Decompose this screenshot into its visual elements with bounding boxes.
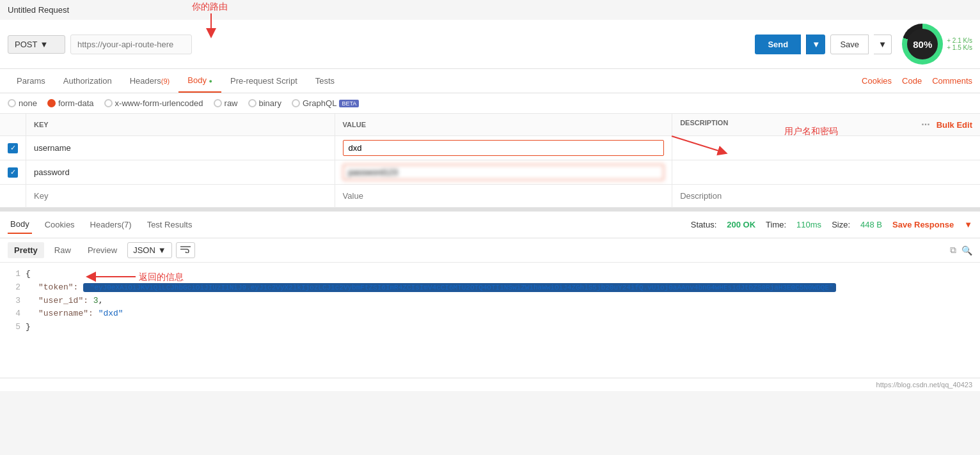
description-cell-2 bbox=[672, 160, 980, 185]
json-line-2: 2 "token": "eyJ0eXAiOiJKV1QiLCJhbGciOiJI… bbox=[8, 281, 972, 295]
speed-percent: 80% bbox=[913, 39, 932, 50]
form-data-section: KEY VALUE DESCRIPTION ··· Bulk Edit ✓ bbox=[0, 114, 980, 208]
save-button[interactable]: Save bbox=[830, 35, 869, 54]
key-value-2: password bbox=[34, 167, 70, 177]
json-key-userid: "user_id": bbox=[38, 296, 88, 305]
json-token-value: "eyJ0eXAiOiJKV1QiLCJhbGciOiJIUzI1NiJ9.ey… bbox=[83, 283, 835, 292]
json-line-3: 3 "user_id": 3, bbox=[8, 295, 972, 308]
copy-icon[interactable]: ⧉ bbox=[950, 245, 956, 256]
tab-headers[interactable]: Headers(9) bbox=[121, 70, 179, 92]
format-tab-raw[interactable]: Raw bbox=[48, 242, 77, 258]
url-input[interactable] bbox=[70, 35, 192, 54]
send-dropdown-button[interactable]: ▼ bbox=[806, 35, 825, 54]
response-format-row: Pretty Raw Preview JSON ▼ ⧉ 🔍 bbox=[0, 238, 980, 263]
resp-tab-body[interactable]: Body bbox=[8, 215, 32, 234]
speed-upload: + 2.1 K/s bbox=[947, 37, 972, 44]
key-input-empty[interactable] bbox=[34, 189, 327, 203]
speed-labels: + 2.1 K/s + 1.5 K/s bbox=[947, 37, 972, 51]
speed-arc: 80% bbox=[902, 24, 943, 65]
value-input-empty[interactable] bbox=[343, 189, 665, 203]
radio-graphql-circle bbox=[292, 99, 300, 107]
body-type-formdata-label: form-data bbox=[58, 98, 94, 108]
size-value: 448 B bbox=[860, 220, 882, 229]
body-type-raw[interactable]: raw bbox=[214, 98, 238, 108]
col-value-header: VALUE bbox=[335, 114, 672, 136]
response-section: Body Cookies Headers(7) Test Results Sta… bbox=[0, 210, 980, 378]
key-cell-3[interactable] bbox=[26, 185, 335, 208]
format-type-select[interactable]: JSON ▼ bbox=[127, 242, 172, 258]
status-row: Status: 200 OK Time: 110ms Size: 448 B S… bbox=[691, 220, 972, 229]
wrap-button[interactable] bbox=[176, 242, 195, 258]
value-input-2[interactable] bbox=[343, 164, 665, 180]
body-type-urlencoded-label: x-www-form-urlencoded bbox=[115, 98, 203, 108]
tab-prerequest[interactable]: Pre-request Script bbox=[221, 70, 306, 92]
resp-tab-headers[interactable]: Headers(7) bbox=[88, 216, 134, 233]
resp-tab-cookies[interactable]: Cookies bbox=[42, 216, 77, 233]
body-type-binary-label: binary bbox=[259, 98, 281, 108]
method-label: POST bbox=[15, 40, 37, 49]
return-annotation-wrapper: 1 { 返回的信息 bbox=[8, 268, 31, 281]
format-tab-preview[interactable]: Preview bbox=[81, 242, 123, 258]
more-options-btn[interactable]: ··· bbox=[921, 119, 929, 130]
json-viewer: 1 { 返回的信息 2 "token": bbox=[0, 263, 980, 378]
annotation-returned-text: 返回的信息 bbox=[139, 272, 184, 282]
body-type-formdata[interactable]: form-data bbox=[47, 98, 94, 108]
send-button[interactable]: Send bbox=[755, 35, 801, 54]
beta-badge: BETA bbox=[339, 100, 359, 107]
value-cell-1[interactable]: 用户名和密码 bbox=[335, 136, 672, 160]
save-dropdown-button[interactable]: ▼ bbox=[874, 35, 892, 54]
table-row: ✓ username bbox=[0, 136, 980, 160]
format-type-dropdown-icon: ▼ bbox=[158, 245, 166, 255]
col-checkbox bbox=[0, 114, 26, 136]
checkbox-cell-1[interactable]: ✓ bbox=[0, 136, 26, 160]
resp-tab-test-results[interactable]: Test Results bbox=[145, 216, 195, 233]
body-type-urlencoded[interactable]: x-www-form-urlencoded bbox=[104, 98, 203, 108]
footer-url: https://blog.csdn.net/qq_40423 bbox=[876, 381, 972, 389]
description-cell-1 bbox=[672, 136, 980, 160]
speed-download: + 1.5 K/s bbox=[947, 44, 972, 51]
json-key-token: "token": bbox=[38, 282, 78, 292]
value-cell-3[interactable] bbox=[335, 185, 672, 208]
value-input-1[interactable] bbox=[343, 140, 665, 156]
save-response-dropdown[interactable]: ▼ bbox=[964, 220, 972, 229]
status-value: 200 OK bbox=[727, 220, 755, 229]
method-dropdown-icon: ▼ bbox=[40, 40, 48, 49]
tab-comments[interactable]: Comments bbox=[932, 76, 972, 86]
tab-body[interactable]: Body ● bbox=[178, 69, 221, 93]
tab-right-actions: Cookies Code Comments bbox=[862, 76, 972, 86]
checkbox-cell-2[interactable]: ✓ bbox=[0, 160, 26, 185]
key-value-1: username bbox=[34, 143, 71, 153]
json-username-value: "dxd" bbox=[99, 309, 123, 318]
body-type-graphql[interactable]: GraphQL BETA bbox=[292, 98, 359, 108]
page-title: Untitled Request bbox=[8, 5, 69, 15]
tab-tests[interactable]: Tests bbox=[306, 70, 344, 92]
json-line-1: 1 { 返回的信息 bbox=[8, 268, 31, 281]
json-line-5: 5 } bbox=[8, 321, 972, 334]
body-type-none[interactable]: none bbox=[8, 98, 37, 108]
title-bar: Untitled Request bbox=[0, 0, 980, 20]
tab-params[interactable]: Params bbox=[8, 70, 54, 92]
body-type-none-label: none bbox=[19, 98, 37, 108]
json-token-string: "eyJ0eXAiOiJKV1QiLCJhbGciOiJIUzI1NiJ9.ey… bbox=[90, 284, 834, 291]
method-select[interactable]: POST ▼ bbox=[8, 35, 65, 54]
value-cell-2[interactable] bbox=[335, 160, 672, 185]
radio-urlencoded-circle bbox=[104, 99, 113, 107]
tab-authorization[interactable]: Authorization bbox=[54, 70, 121, 92]
save-response-button[interactable]: Save Response bbox=[892, 220, 954, 229]
footer: https://blog.csdn.net/qq_40423 bbox=[0, 378, 980, 391]
tab-cookies[interactable]: Cookies bbox=[862, 76, 892, 86]
response-tabs-row: Body Cookies Headers(7) Test Results Sta… bbox=[0, 210, 980, 238]
status-label: Status: bbox=[691, 220, 716, 229]
description-cell-3[interactable] bbox=[672, 185, 980, 208]
table-row: ✓ password bbox=[0, 160, 980, 185]
time-label: Time: bbox=[766, 220, 786, 229]
description-input-empty[interactable] bbox=[680, 189, 972, 203]
bulk-edit-button[interactable]: Bulk Edit bbox=[937, 120, 972, 130]
body-type-binary[interactable]: binary bbox=[248, 98, 281, 108]
tab-code[interactable]: Code bbox=[902, 76, 922, 86]
search-icon[interactable]: 🔍 bbox=[961, 245, 972, 256]
format-tab-pretty[interactable]: Pretty bbox=[8, 242, 44, 258]
url-bar-wrapper: 你的路由 bbox=[70, 35, 750, 54]
col-description-header: DESCRIPTION ··· Bulk Edit bbox=[672, 114, 980, 136]
radio-raw-circle bbox=[214, 99, 222, 107]
